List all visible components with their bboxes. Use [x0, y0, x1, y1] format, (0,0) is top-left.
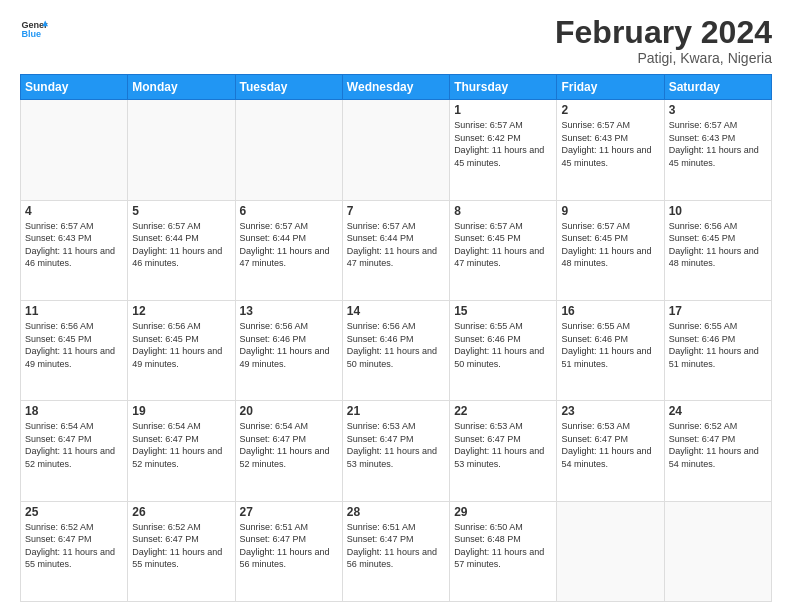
calendar-cell: 29Sunrise: 6:50 AMSunset: 6:48 PMDayligh… — [450, 501, 557, 601]
week-row-5: 25Sunrise: 6:52 AMSunset: 6:47 PMDayligh… — [21, 501, 772, 601]
day-info: Sunrise: 6:57 AMSunset: 6:44 PMDaylight:… — [347, 220, 445, 270]
day-number: 4 — [25, 204, 123, 218]
day-header-wednesday: Wednesday — [342, 75, 449, 100]
day-info: Sunrise: 6:56 AMSunset: 6:46 PMDaylight:… — [347, 320, 445, 370]
day-info: Sunrise: 6:56 AMSunset: 6:46 PMDaylight:… — [240, 320, 338, 370]
day-info: Sunrise: 6:57 AMSunset: 6:44 PMDaylight:… — [132, 220, 230, 270]
calendar-cell: 3Sunrise: 6:57 AMSunset: 6:43 PMDaylight… — [664, 100, 771, 200]
day-number: 3 — [669, 103, 767, 117]
day-info: Sunrise: 6:55 AMSunset: 6:46 PMDaylight:… — [561, 320, 659, 370]
calendar-cell — [342, 100, 449, 200]
calendar-cell: 1Sunrise: 6:57 AMSunset: 6:42 PMDaylight… — [450, 100, 557, 200]
day-header-thursday: Thursday — [450, 75, 557, 100]
day-info: Sunrise: 6:52 AMSunset: 6:47 PMDaylight:… — [669, 420, 767, 470]
generalblue-logo-icon: General Blue — [20, 15, 48, 43]
day-info: Sunrise: 6:57 AMSunset: 6:44 PMDaylight:… — [240, 220, 338, 270]
day-number: 17 — [669, 304, 767, 318]
calendar-cell: 15Sunrise: 6:55 AMSunset: 6:46 PMDayligh… — [450, 300, 557, 400]
day-number: 8 — [454, 204, 552, 218]
day-number: 6 — [240, 204, 338, 218]
day-number: 9 — [561, 204, 659, 218]
day-number: 29 — [454, 505, 552, 519]
day-number: 5 — [132, 204, 230, 218]
day-number: 7 — [347, 204, 445, 218]
day-number: 28 — [347, 505, 445, 519]
day-info: Sunrise: 6:57 AMSunset: 6:43 PMDaylight:… — [561, 119, 659, 169]
day-info: Sunrise: 6:56 AMSunset: 6:45 PMDaylight:… — [25, 320, 123, 370]
calendar-cell: 23Sunrise: 6:53 AMSunset: 6:47 PMDayligh… — [557, 401, 664, 501]
day-number: 12 — [132, 304, 230, 318]
calendar-cell: 12Sunrise: 6:56 AMSunset: 6:45 PMDayligh… — [128, 300, 235, 400]
day-number: 22 — [454, 404, 552, 418]
day-number: 14 — [347, 304, 445, 318]
day-number: 11 — [25, 304, 123, 318]
day-headers-row: SundayMondayTuesdayWednesdayThursdayFrid… — [21, 75, 772, 100]
day-number: 2 — [561, 103, 659, 117]
day-number: 25 — [25, 505, 123, 519]
day-info: Sunrise: 6:51 AMSunset: 6:47 PMDaylight:… — [347, 521, 445, 571]
svg-text:Blue: Blue — [21, 29, 41, 39]
calendar-cell: 8Sunrise: 6:57 AMSunset: 6:45 PMDaylight… — [450, 200, 557, 300]
calendar-cell: 13Sunrise: 6:56 AMSunset: 6:46 PMDayligh… — [235, 300, 342, 400]
logo: General Blue — [20, 15, 48, 43]
calendar-cell — [21, 100, 128, 200]
day-info: Sunrise: 6:54 AMSunset: 6:47 PMDaylight:… — [132, 420, 230, 470]
day-number: 13 — [240, 304, 338, 318]
calendar-cell: 20Sunrise: 6:54 AMSunset: 6:47 PMDayligh… — [235, 401, 342, 501]
day-info: Sunrise: 6:55 AMSunset: 6:46 PMDaylight:… — [454, 320, 552, 370]
calendar-cell: 26Sunrise: 6:52 AMSunset: 6:47 PMDayligh… — [128, 501, 235, 601]
calendar-cell: 6Sunrise: 6:57 AMSunset: 6:44 PMDaylight… — [235, 200, 342, 300]
day-number: 1 — [454, 103, 552, 117]
day-number: 10 — [669, 204, 767, 218]
week-row-1: 1Sunrise: 6:57 AMSunset: 6:42 PMDaylight… — [21, 100, 772, 200]
day-info: Sunrise: 6:57 AMSunset: 6:42 PMDaylight:… — [454, 119, 552, 169]
calendar-cell: 22Sunrise: 6:53 AMSunset: 6:47 PMDayligh… — [450, 401, 557, 501]
calendar-cell: 21Sunrise: 6:53 AMSunset: 6:47 PMDayligh… — [342, 401, 449, 501]
day-header-sunday: Sunday — [21, 75, 128, 100]
day-info: Sunrise: 6:54 AMSunset: 6:47 PMDaylight:… — [25, 420, 123, 470]
week-row-4: 18Sunrise: 6:54 AMSunset: 6:47 PMDayligh… — [21, 401, 772, 501]
day-info: Sunrise: 6:52 AMSunset: 6:47 PMDaylight:… — [132, 521, 230, 571]
page: General Blue February 2024 Patigi, Kwara… — [0, 0, 792, 612]
calendar-cell: 24Sunrise: 6:52 AMSunset: 6:47 PMDayligh… — [664, 401, 771, 501]
calendar-cell: 25Sunrise: 6:52 AMSunset: 6:47 PMDayligh… — [21, 501, 128, 601]
title-block: February 2024 Patigi, Kwara, Nigeria — [555, 15, 772, 66]
calendar-cell: 4Sunrise: 6:57 AMSunset: 6:43 PMDaylight… — [21, 200, 128, 300]
day-info: Sunrise: 6:51 AMSunset: 6:47 PMDaylight:… — [240, 521, 338, 571]
calendar-cell — [664, 501, 771, 601]
day-info: Sunrise: 6:57 AMSunset: 6:43 PMDaylight:… — [669, 119, 767, 169]
week-row-2: 4Sunrise: 6:57 AMSunset: 6:43 PMDaylight… — [21, 200, 772, 300]
calendar-cell: 9Sunrise: 6:57 AMSunset: 6:45 PMDaylight… — [557, 200, 664, 300]
day-number: 15 — [454, 304, 552, 318]
calendar-cell — [128, 100, 235, 200]
calendar-cell: 17Sunrise: 6:55 AMSunset: 6:46 PMDayligh… — [664, 300, 771, 400]
calendar-cell: 11Sunrise: 6:56 AMSunset: 6:45 PMDayligh… — [21, 300, 128, 400]
day-number: 24 — [669, 404, 767, 418]
day-info: Sunrise: 6:54 AMSunset: 6:47 PMDaylight:… — [240, 420, 338, 470]
calendar-cell: 16Sunrise: 6:55 AMSunset: 6:46 PMDayligh… — [557, 300, 664, 400]
day-info: Sunrise: 6:52 AMSunset: 6:47 PMDaylight:… — [25, 521, 123, 571]
day-header-saturday: Saturday — [664, 75, 771, 100]
calendar-cell: 27Sunrise: 6:51 AMSunset: 6:47 PMDayligh… — [235, 501, 342, 601]
day-number: 21 — [347, 404, 445, 418]
day-info: Sunrise: 6:57 AMSunset: 6:45 PMDaylight:… — [561, 220, 659, 270]
day-header-tuesday: Tuesday — [235, 75, 342, 100]
calendar-cell: 19Sunrise: 6:54 AMSunset: 6:47 PMDayligh… — [128, 401, 235, 501]
day-header-friday: Friday — [557, 75, 664, 100]
day-info: Sunrise: 6:56 AMSunset: 6:45 PMDaylight:… — [669, 220, 767, 270]
day-info: Sunrise: 6:53 AMSunset: 6:47 PMDaylight:… — [454, 420, 552, 470]
calendar-cell: 5Sunrise: 6:57 AMSunset: 6:44 PMDaylight… — [128, 200, 235, 300]
day-number: 27 — [240, 505, 338, 519]
day-number: 19 — [132, 404, 230, 418]
day-info: Sunrise: 6:57 AMSunset: 6:45 PMDaylight:… — [454, 220, 552, 270]
day-info: Sunrise: 6:57 AMSunset: 6:43 PMDaylight:… — [25, 220, 123, 270]
calendar-cell: 2Sunrise: 6:57 AMSunset: 6:43 PMDaylight… — [557, 100, 664, 200]
calendar-cell: 14Sunrise: 6:56 AMSunset: 6:46 PMDayligh… — [342, 300, 449, 400]
day-number: 18 — [25, 404, 123, 418]
day-number: 16 — [561, 304, 659, 318]
calendar-cell — [557, 501, 664, 601]
day-number: 23 — [561, 404, 659, 418]
calendar-cell: 10Sunrise: 6:56 AMSunset: 6:45 PMDayligh… — [664, 200, 771, 300]
calendar-cell: 18Sunrise: 6:54 AMSunset: 6:47 PMDayligh… — [21, 401, 128, 501]
day-info: Sunrise: 6:53 AMSunset: 6:47 PMDaylight:… — [561, 420, 659, 470]
